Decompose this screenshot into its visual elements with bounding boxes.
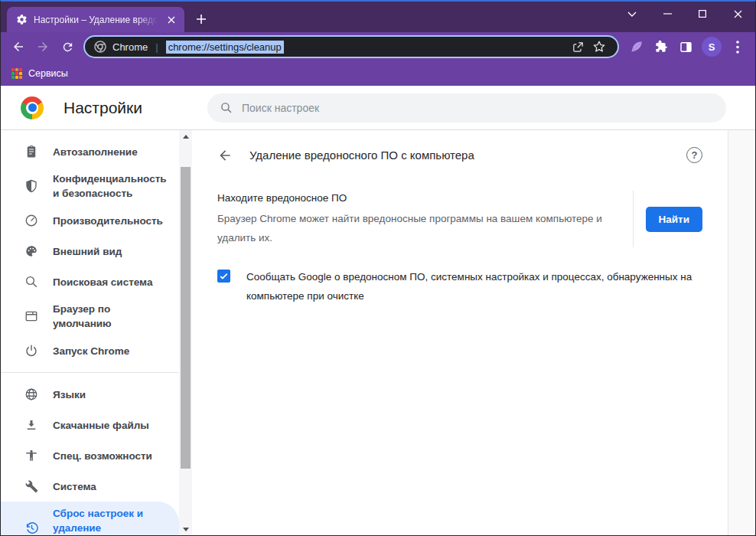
- omnibox-divider: |: [155, 41, 158, 53]
- find-malware-row: Находите вредоносное ПО Браузер Chrome м…: [217, 191, 702, 247]
- url-text-selected[interactable]: chrome://settings/cleanup: [166, 41, 284, 54]
- sidebar-item-performance[interactable]: Производительность: [1, 205, 179, 236]
- bookmark-item[interactable]: Сервисы: [28, 68, 68, 79]
- chrome-badge-icon: [94, 41, 106, 53]
- settings-sidebar: Автозаполнение Конфиденциальность и безо…: [1, 130, 179, 535]
- window-controls: [614, 2, 755, 26]
- page-title: Настройки: [64, 99, 142, 117]
- bookmark-star-icon[interactable]: [588, 36, 610, 57]
- maximize-button[interactable]: [685, 2, 720, 26]
- settings-gear-icon: [16, 14, 28, 25]
- downloads-icon: [24, 418, 39, 432]
- row-separator: [633, 191, 634, 247]
- site-label: Chrome: [112, 41, 148, 53]
- profile-avatar[interactable]: S: [702, 37, 722, 57]
- page-scroll-gutter[interactable]: [728, 130, 755, 535]
- extensions-puzzle-icon[interactable]: [650, 35, 673, 58]
- tab-search-chevron-icon[interactable]: [614, 2, 650, 26]
- autofill-icon: [24, 145, 39, 159]
- reload-icon[interactable]: [56, 35, 79, 58]
- report-to-google-row: Сообщать Google о вредоносном ПО, систем…: [217, 267, 702, 306]
- minimize-button[interactable]: [650, 2, 685, 26]
- performance-icon: [24, 214, 39, 227]
- sidebar-item-downloads[interactable]: Скачанные файлы: [1, 410, 179, 440]
- find-row-description: Браузер Chrome может найти вредоносные п…: [217, 209, 618, 247]
- scrollbar-up-arrow[interactable]: [179, 130, 192, 142]
- apps-grid-icon: [11, 68, 22, 79]
- settings-search[interactable]: [207, 93, 726, 123]
- sidebar-item-privacy[interactable]: Конфиденциальность и безопасность: [1, 167, 179, 205]
- sidebar-divider: [1, 372, 179, 373]
- scrollbar-thumb[interactable]: [181, 167, 191, 469]
- chrome-logo-icon: [21, 96, 44, 119]
- settings-content: Удаление вредоносного ПО с компьютера ? …: [192, 130, 728, 535]
- address-bar[interactable]: Chrome | chrome://settings/cleanup: [83, 35, 619, 58]
- sidebar-item-reset-cleanup[interactable]: Сброс настроек и удаление вредоносного П…: [1, 502, 179, 535]
- accessibility-icon: [24, 449, 39, 462]
- back-arrow-icon[interactable]: [217, 148, 233, 163]
- close-window-button[interactable]: [720, 2, 755, 26]
- sidebar-item-autofill[interactable]: Автозаполнение: [1, 136, 179, 167]
- section-title: Удаление вредоносного ПО с компьютера: [249, 149, 670, 162]
- sidebar-item-default-browser[interactable]: Браузер по умолчанию: [1, 297, 179, 335]
- menu-kebab-icon[interactable]: [726, 35, 749, 58]
- report-checkbox-label[interactable]: Сообщать Google о вредоносном ПО, систем…: [246, 267, 702, 306]
- tab-title: Настройки – Удаление вредоносного ПО: [34, 15, 160, 25]
- search-input[interactable]: [242, 102, 714, 114]
- system-wrench-icon: [24, 479, 39, 493]
- find-row-title: Находите вредоносное ПО: [217, 191, 618, 206]
- forward-icon[interactable]: [31, 35, 54, 58]
- appearance-icon: [24, 244, 39, 258]
- share-icon[interactable]: [567, 36, 588, 57]
- tab-close-icon[interactable]: [165, 13, 178, 27]
- startup-power-icon: [24, 344, 39, 358]
- back-icon[interactable]: [7, 35, 30, 58]
- sidebar-item-startup[interactable]: Запуск Chrome: [1, 335, 179, 366]
- new-tab-button[interactable]: [191, 8, 212, 30]
- sidebar-scrollbar[interactable]: [179, 130, 192, 535]
- scrollbar-down-arrow[interactable]: [179, 523, 192, 535]
- sidebar-item-search-engine[interactable]: Поисковая система: [1, 266, 179, 297]
- languages-globe-icon: [24, 387, 39, 401]
- sidebar-item-appearance[interactable]: Внешний вид: [1, 236, 179, 266]
- bookmarks-bar: Сервисы: [1, 61, 755, 86]
- help-icon[interactable]: ?: [686, 147, 702, 163]
- report-checkbox[interactable]: [217, 270, 230, 283]
- titlebar: Настройки – Удаление вредоносного ПО: [1, 2, 755, 32]
- find-button[interactable]: Найти: [646, 207, 702, 232]
- default-browser-icon: [24, 309, 39, 323]
- search-icon: [220, 101, 233, 114]
- privacy-shield-icon: [24, 179, 39, 193]
- settings-page-header: Настройки: [1, 86, 755, 130]
- reset-history-icon: [24, 521, 39, 535]
- sidebar-item-accessibility[interactable]: Спец. возможности: [1, 440, 179, 471]
- sidebar-item-languages[interactable]: Языки: [1, 379, 179, 410]
- feather-extension-icon[interactable]: [625, 35, 648, 58]
- browser-window: Настройки – Удаление вредоносного ПО: [0, 0, 756, 536]
- side-panel-icon[interactable]: [674, 35, 697, 58]
- browser-tab[interactable]: Настройки – Удаление вредоносного ПО: [7, 7, 184, 32]
- search-engine-icon: [24, 275, 39, 289]
- sidebar-item-system[interactable]: Система: [1, 471, 179, 502]
- browser-toolbar: Chrome | chrome://settings/cleanup S: [1, 32, 755, 61]
